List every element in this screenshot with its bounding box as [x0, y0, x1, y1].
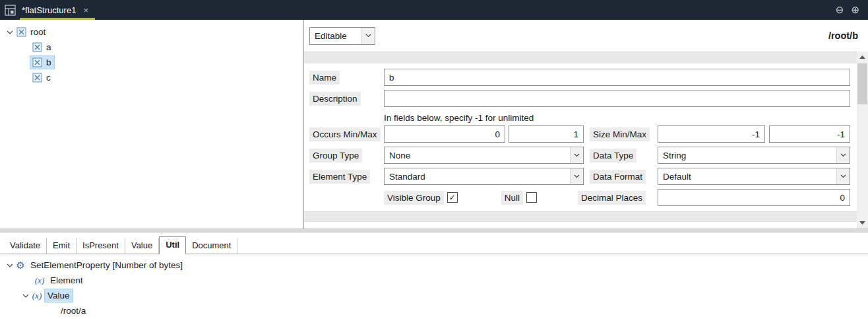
document-tab-title: *flatStructure1	[22, 5, 76, 15]
structure-tree-panel: root a b c	[0, 20, 303, 229]
tree-item-b-selected[interactable]: b	[0, 55, 303, 70]
structure-app-icon	[5, 5, 16, 16]
rule-item-label: /root/a	[58, 304, 88, 317]
group-type-value: None	[385, 147, 570, 163]
tab-ispresent[interactable]: IsPresent	[77, 238, 125, 254]
chevron-down-icon[interactable]	[5, 30, 15, 34]
properties-panel: Editable /root/b Name	[304, 20, 868, 229]
scrollbar-track[interactable]	[857, 63, 868, 217]
edit-mode-dropdown[interactable]: Editable	[309, 27, 375, 45]
size-min-input[interactable]	[658, 125, 765, 143]
element-icon	[32, 57, 42, 68]
element-icon	[32, 42, 42, 53]
scrollbar-thumb[interactable]	[857, 63, 867, 104]
null-checkbox[interactable]	[526, 192, 537, 203]
data-format-label: Data Format	[590, 170, 646, 184]
rule-item-label: Element	[47, 274, 86, 287]
size-max-input[interactable]	[769, 125, 850, 143]
decimal-places-label: Decimal Places	[578, 191, 646, 205]
main-area: root a b c	[0, 20, 868, 229]
group-type-dropdown[interactable]: None	[384, 147, 584, 164]
properties-lower: Name Description In fields below, specif…	[304, 52, 868, 229]
tree-item-label: a	[44, 41, 54, 53]
titlebar-actions: ⊖ ⊕	[836, 4, 868, 16]
tree-item-c[interactable]: c	[0, 70, 303, 85]
name-label: Name	[309, 71, 340, 85]
tree-item-label: root	[28, 26, 48, 38]
properties-form: Name Description In fields below, specif…	[304, 63, 857, 206]
occurs-size-row: Occurs Min/Max Size Min/Max	[309, 125, 850, 143]
scroll-up-arrow-icon[interactable]	[857, 52, 868, 63]
vertical-scrollbar[interactable]	[857, 52, 868, 229]
tab-document[interactable]: Document	[186, 238, 237, 254]
data-format-value: Default	[658, 168, 836, 184]
data-type-label: Data Type	[590, 149, 636, 162]
rule-item-setelementproperty[interactable]: ⚙ SetElementProperty [Number of bytes]	[0, 258, 868, 273]
element-type-value: Standard	[385, 168, 570, 184]
rule-item-label: SetElementProperty [Number of bytes]	[28, 259, 185, 271]
chevron-down-icon[interactable]	[361, 28, 375, 44]
name-row: Name	[309, 69, 850, 86]
group-data-type-row: Group Type None Data Type String	[309, 147, 850, 164]
rule-item-element[interactable]: (x) Element	[0, 273, 868, 288]
edit-mode-value: Editable	[310, 28, 361, 44]
element-icon	[32, 73, 42, 83]
tree-item-a[interactable]: a	[0, 40, 303, 55]
document-tab[interactable]: *flatStructure1 ×	[20, 0, 95, 20]
description-input[interactable]	[384, 90, 850, 107]
decimal-places-input[interactable]	[658, 189, 850, 206]
data-type-value: String	[658, 147, 836, 163]
collapse-circle-icon[interactable]: ⊖	[836, 4, 844, 16]
rule-item-root-a-path[interactable]: /root/a	[0, 303, 868, 318]
chevron-down-icon[interactable]	[836, 147, 850, 163]
tree-item-label: c	[44, 71, 53, 84]
chevron-down-icon[interactable]	[836, 168, 850, 184]
data-format-dropdown[interactable]: Default	[658, 168, 850, 185]
name-input[interactable]	[384, 69, 850, 86]
occurs-minmax-label: Occurs Min/Max	[309, 127, 381, 141]
element-type-label: Element Type	[309, 170, 370, 184]
fx-icon: (x)	[33, 275, 46, 286]
chevron-down-icon[interactable]	[570, 147, 583, 163]
occurs-min-input[interactable]	[384, 125, 505, 143]
rule-item-value-selected[interactable]: (x) Value	[0, 288, 868, 303]
tab-close-icon[interactable]: ×	[83, 6, 88, 15]
titlebar: *flatStructure1 × ⊖ ⊕	[0, 0, 868, 20]
tab-validate[interactable]: Validate	[4, 238, 47, 254]
checkbox-row: Visible Group ✓ Null Decimal Places	[309, 189, 850, 206]
expand-circle-icon[interactable]: ⊕	[851, 4, 859, 16]
rules-panel: Validate Emit IsPresent Value Util Docum…	[0, 232, 868, 319]
rule-tree: ⚙ SetElementProperty [Number of bytes] (…	[0, 254, 868, 318]
check-icon: ✓	[449, 194, 456, 201]
tree-item-label: b	[44, 56, 54, 69]
chevron-down-icon[interactable]	[5, 264, 15, 267]
data-type-dropdown[interactable]: String	[658, 147, 850, 164]
description-label: Description	[309, 92, 361, 106]
hint-text: In fields below, specify -1 for unlimite…	[384, 113, 534, 123]
rule-tabs: Validate Emit IsPresent Value Util Docum…	[0, 232, 868, 254]
tab-util[interactable]: Util	[159, 236, 186, 254]
selection-highlight: b	[30, 56, 54, 69]
separator-strip	[304, 52, 857, 63]
tree-item-root[interactable]: root	[0, 24, 303, 40]
element-format-row: Element Type Standard Data Format Defaul…	[309, 168, 850, 185]
null-label: Null	[501, 191, 523, 205]
properties-form-area: Name Description In fields below, specif…	[304, 52, 857, 229]
scroll-down-arrow-icon[interactable]	[857, 217, 868, 229]
group-type-label: Group Type	[309, 149, 362, 162]
occurs-max-input[interactable]	[509, 125, 584, 143]
chevron-down-icon[interactable]	[570, 168, 583, 184]
app-window: *flatStructure1 × ⊖ ⊕ root	[0, 0, 868, 319]
visible-group-label: Visible Group	[384, 191, 444, 205]
tab-emit[interactable]: Emit	[47, 238, 77, 254]
element-type-dropdown[interactable]: Standard	[384, 168, 584, 185]
separator-strip	[304, 211, 857, 222]
unlimited-hint: In fields below, specify -1 for unlimite…	[384, 111, 850, 124]
description-row: Description	[309, 90, 850, 107]
properties-header: Editable /root/b	[304, 20, 868, 52]
tab-value[interactable]: Value	[125, 238, 159, 254]
visible-group-checkbox[interactable]: ✓	[447, 192, 458, 203]
element-icon	[16, 27, 26, 38]
size-minmax-label: Size Min/Max	[590, 127, 650, 141]
chevron-down-icon[interactable]	[21, 294, 30, 298]
